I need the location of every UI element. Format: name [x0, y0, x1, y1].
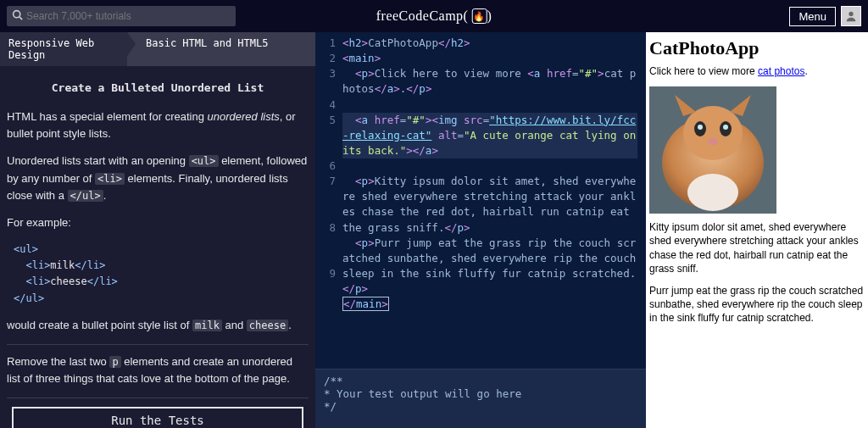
breadcrumb-superblock[interactable]: Responsive Web Design	[0, 32, 127, 66]
menu-button[interactable]: Menu	[789, 7, 836, 26]
top-nav: freeCodeCamp ( 🔥 ) Menu	[0, 0, 868, 32]
cat-image[interactable]	[649, 86, 776, 214]
svg-point-11	[687, 174, 738, 211]
fire-icon: 🔥	[471, 8, 487, 24]
run-tests-button[interactable]: Run the Tests	[12, 407, 303, 428]
preview-heading: CatPhotoApp	[649, 37, 865, 59]
search-input[interactable]	[26, 10, 231, 22]
search-icon	[12, 9, 23, 23]
search-box[interactable]	[7, 6, 236, 26]
brand-paren: (	[464, 8, 469, 24]
example-code: <ul> <li>milk</li> <li>cheese</li> </ul>	[14, 242, 309, 307]
instructions-panel: Responsive Web Design Basic HTML and HTM…	[0, 32, 315, 428]
brand-logo[interactable]: freeCodeCamp ( 🔥 )	[376, 8, 492, 24]
svg-point-10	[708, 138, 718, 145]
code-content[interactable]: <h2>CatPhotoApp</h2> <main> <p>Click her…	[342, 36, 646, 369]
preview-p2: Purr jump eat the grass rip the couch sc…	[649, 284, 865, 325]
line-gutter: 123 45 67 8 9	[315, 36, 342, 369]
code-editor[interactable]: 123 45 67 8 9 <h2>CatPhotoApp</h2> <main…	[315, 32, 646, 369]
cat-photos-link[interactable]: cat photos	[758, 65, 804, 77]
divider	[7, 397, 309, 398]
svg-point-2	[849, 12, 853, 16]
editor-panel: 123 45 67 8 9 <h2>CatPhotoApp</h2> <main…	[315, 32, 646, 428]
preview-link-line: Click here to view more cat photos.	[649, 64, 865, 78]
desc-p1: HTML has a special element for creating …	[7, 108, 309, 142]
instructions-text: Remove the last two p elements and creat…	[7, 353, 309, 387]
divider	[7, 344, 309, 345]
test-output: /** * Your test output will go here */	[315, 369, 646, 428]
svg-point-5	[683, 106, 743, 160]
avatar[interactable]	[841, 6, 861, 26]
svg-point-9	[723, 125, 728, 130]
brand-text: freeCodeCamp	[376, 8, 464, 24]
breadcrumb-block[interactable]: Basic HTML and HTML5	[127, 32, 315, 66]
brand-paren-close: )	[487, 8, 492, 24]
desc-p4: would create a bullet point style list o…	[7, 317, 309, 334]
svg-point-8	[698, 125, 703, 130]
svg-point-0	[14, 11, 20, 18]
challenge-title: Create a Bulleted Unordered List	[7, 80, 309, 97]
svg-line-1	[19, 17, 22, 19]
breadcrumb: Responsive Web Design Basic HTML and HTM…	[0, 32, 315, 66]
desc-p2: Unordered lists start with an opening <u…	[7, 153, 309, 203]
preview-panel: CatPhotoApp Click here to view more cat …	[646, 32, 868, 428]
preview-p1: Kitty ipsum dolor sit amet, shed everywh…	[649, 220, 865, 275]
desc-p3: For example:	[7, 214, 309, 231]
